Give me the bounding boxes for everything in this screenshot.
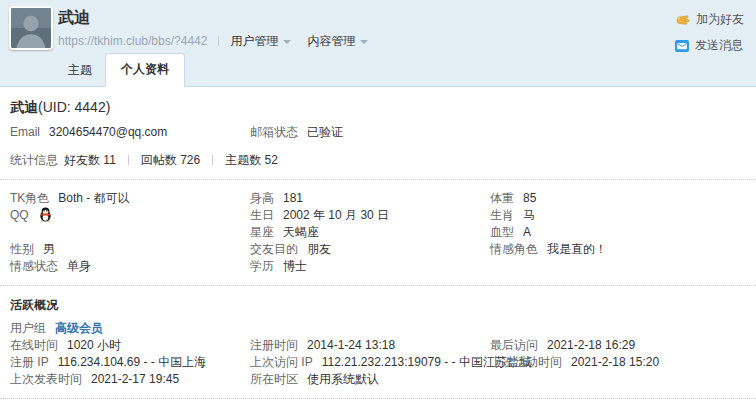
tab-profile[interactable]: 个人资料 xyxy=(105,53,185,87)
orientation-label: 情感角色 xyxy=(490,242,538,256)
last-visit-ip-label: 上次访问 IP xyxy=(250,355,313,369)
constellation-label: 星座 xyxy=(250,225,274,239)
send-message-label: 发送消息 xyxy=(695,37,743,54)
user-group-link[interactable]: 高级会员 xyxy=(55,321,103,335)
qq-label: QQ xyxy=(10,208,29,222)
header-subrow: https://tkhim.club/bbs/?4442用户管理内容管理 xyxy=(58,33,384,50)
weight-value: 85 xyxy=(523,191,536,205)
register-ip-label: 注册 IP xyxy=(10,355,49,369)
user-group-row: 用户组高级会员 xyxy=(10,320,746,337)
menu-user-management[interactable]: 用户管理 xyxy=(230,34,291,48)
divider xyxy=(128,155,129,165)
dotted-divider xyxy=(0,179,756,180)
details-row: 情感状态单身 学历博士 xyxy=(10,258,746,275)
dating-purpose-label: 交友目的 xyxy=(250,242,298,256)
last-post-time-label: 上次发表时间 xyxy=(10,372,82,386)
profile-url: https://tkhim.club/bbs/?4442 xyxy=(58,34,207,48)
relationship-label: 情感状态 xyxy=(10,259,58,273)
height-label: 身高 xyxy=(250,191,274,205)
online-time-label: 在线时间 xyxy=(10,338,58,352)
add-friend-icon xyxy=(675,13,690,26)
divider xyxy=(212,155,213,165)
email-row: Email3204654470@qq.com 邮箱状态已验证 xyxy=(10,124,746,141)
timezone-value: 使用系统默认 xyxy=(307,372,379,386)
activity-heading: 活跃概况 xyxy=(10,297,746,314)
last-activity-label: 上次活动时间 xyxy=(490,355,562,369)
gender-value: 男 xyxy=(43,242,55,256)
add-friend-label: 加为好友 xyxy=(696,11,744,28)
menu-user-management-label: 用户管理 xyxy=(230,34,278,48)
register-time-label: 注册时间 xyxy=(250,338,298,352)
tabbar: 主题 个人资料 xyxy=(55,53,185,87)
orientation-value: 我是直的！ xyxy=(547,242,607,256)
weight-label: 体重 xyxy=(490,191,514,205)
register-ip-value: 116.234.104.69 - - 中国上海 xyxy=(58,355,207,369)
blood-type-value: A xyxy=(523,225,531,239)
profile-title-name: 武迪 xyxy=(10,99,38,115)
chevron-down-icon xyxy=(283,40,291,44)
stats-summary: 统计信息好友数 11回帖数 726主题数 52 xyxy=(10,152,746,169)
threads-count: 主题数 52 xyxy=(225,153,278,167)
gender-label: 性别 xyxy=(10,242,34,256)
dating-purpose-value: 朋友 xyxy=(307,242,331,256)
send-message-icon xyxy=(675,40,689,52)
email-status-field: 邮箱状态已验证 xyxy=(250,124,490,141)
birthday-label: 生日 xyxy=(250,208,274,222)
email-status-label: 邮箱状态 xyxy=(250,125,298,139)
qq-icon[interactable] xyxy=(39,207,52,222)
profile-title-uid: (UID: 4442) xyxy=(38,99,110,115)
activity-row: 在线时间1020 小时 注册时间2014-1-24 13:18 最后访问2021… xyxy=(10,337,746,354)
email-label: Email xyxy=(10,125,40,139)
replies-count: 回帖数 726 xyxy=(141,153,200,167)
constellation-value: 天蝎座 xyxy=(283,225,319,239)
email-status-value: 已验证 xyxy=(307,125,343,139)
education-label: 学历 xyxy=(250,259,274,273)
activity-row: 上次发表时间2021-2-17 19:45 所在时区使用系统默认 xyxy=(10,371,746,388)
details-row: QQ 生日2002 年 10 月 30 日 生肖马 xyxy=(10,207,746,224)
relationship-value: 单身 xyxy=(67,259,91,273)
timezone-label: 所在时区 xyxy=(250,372,298,386)
email-field: Email3204654470@qq.com xyxy=(10,124,250,141)
friends-count: 好友数 11 xyxy=(64,153,116,167)
details-row: 性别男 交友目的朋友 情感角色我是直的！ xyxy=(10,241,746,258)
blood-type-label: 血型 xyxy=(490,225,514,239)
profile-header: 武迪 https://tkhim.club/bbs/?4442用户管理内容管理 … xyxy=(0,0,756,87)
profile-title: 武迪(UID: 4442) xyxy=(10,99,746,117)
last-visit-value: 2021-2-18 16:29 xyxy=(547,338,635,352)
dotted-divider xyxy=(0,398,756,399)
birthday-value: 2002 年 10 月 30 日 xyxy=(283,208,389,222)
details-row: 星座天蝎座 血型A xyxy=(10,224,746,241)
details-row: TK角色Both - 都可以 身高181 体重85 xyxy=(10,190,746,207)
profile-content: 武迪(UID: 4442) Email3204654470@qq.com 邮箱状… xyxy=(0,87,756,408)
menu-content-management[interactable]: 内容管理 xyxy=(307,34,368,48)
height-value: 181 xyxy=(283,191,303,205)
add-friend-button[interactable]: 加为好友 xyxy=(675,11,744,28)
zodiac-value: 马 xyxy=(523,208,535,222)
last-visit-label: 最后访问 xyxy=(490,338,538,352)
dotted-divider xyxy=(0,285,756,286)
last-post-time-value: 2021-2-17 19:45 xyxy=(91,372,179,386)
send-message-button[interactable]: 发送消息 xyxy=(675,37,743,54)
last-activity-value: 2021-2-18 15:20 xyxy=(571,355,659,369)
tab-topics[interactable]: 主题 xyxy=(55,56,105,87)
zodiac-label: 生肖 xyxy=(490,208,514,222)
tk-role-value: Both - 都可以 xyxy=(58,191,129,205)
user-group-label: 用户组 xyxy=(10,321,46,335)
personal-details-section: TK角色Both - 都可以 身高181 体重85 QQ 生日2002 年 10… xyxy=(10,190,746,275)
online-time-value: 1020 小时 xyxy=(67,338,121,352)
activity-section: 活跃概况 用户组高级会员 在线时间1020 小时 注册时间2014-1-24 1… xyxy=(10,297,746,388)
avatar[interactable] xyxy=(9,6,53,50)
header-actions: 加为好友 发送消息 xyxy=(675,11,744,54)
education-value: 博士 xyxy=(283,259,307,273)
stats-summary-label: 统计信息 xyxy=(10,153,58,167)
activity-row: 注册 IP116.234.104.69 - - 中国上海 上次访问 IP112.… xyxy=(10,354,746,371)
register-time-value: 2014-1-24 13:18 xyxy=(307,338,395,352)
username: 武迪 xyxy=(58,8,90,29)
email-value: 3204654470@qq.com xyxy=(49,125,167,139)
tk-role-label: TK角色 xyxy=(10,191,49,205)
divider xyxy=(218,36,219,46)
chevron-down-icon xyxy=(360,40,368,44)
menu-content-management-label: 内容管理 xyxy=(307,34,355,48)
avatar-photo xyxy=(11,8,51,48)
